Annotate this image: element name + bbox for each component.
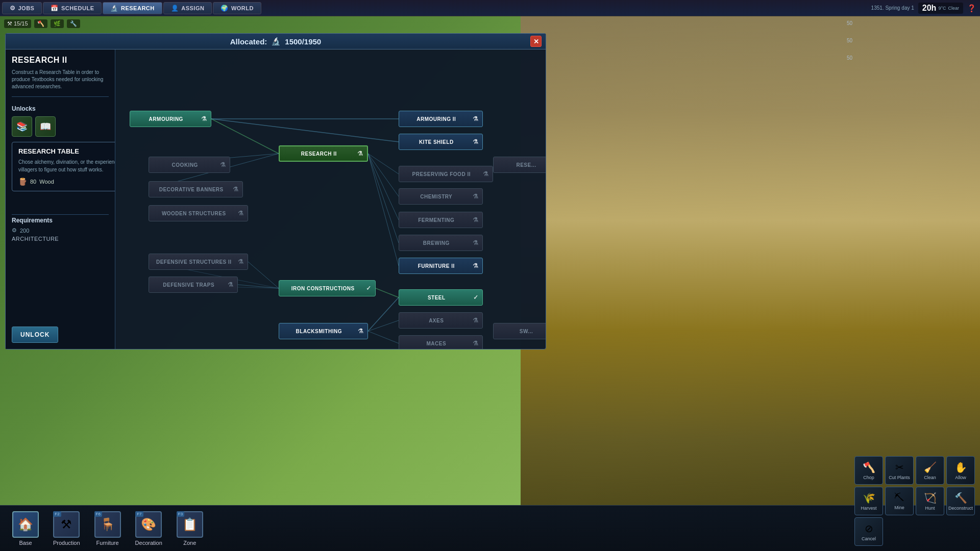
node-armouring[interactable]: ARMOURING ⚗ [130,111,211,127]
node-maces[interactable]: MACES ⚗ [399,335,483,349]
sidebar-description: Construct a Research Table in order to p… [12,69,109,90]
node-blacksmithing[interactable]: BLACKSMITHING ⚗ [279,323,368,339]
nav-btn-jobs[interactable]: ⚙ JOBS [2,2,42,14]
axe-resource: 🪓 [34,19,47,28]
svg-line-12 [238,285,279,288]
node-iron-constructions[interactable]: IRON CONSTRUCTIONS ✓ [279,280,376,296]
node-wooden-structures[interactable]: WOODEN STRUCTURES ⚗ [149,205,248,221]
node-research-ii[interactable]: RESEARCH II ⚗ [279,145,368,162]
wood-icon: 🪵 [18,178,27,186]
unlock-icons: 📚 📖 RESEARCH TABLE Chose alchemy, divina… [12,116,109,137]
node-kite-shield[interactable]: KITE SHIELD ⚗ [399,134,483,150]
unlock-button[interactable]: UNLOCK [12,327,58,343]
node-chemistry[interactable]: CHEMISTRY ⚗ [399,188,483,205]
svg-line-3 [368,154,399,174]
furniture-btn-wrap: F6 🪑 Furniture [88,508,127,549]
furniture-icon-box: F6 🪑 [94,511,121,538]
workers-resource: ⚒ 15/15 [4,19,31,28]
harvest-tool[interactable]: 🌾 Harvest [854,487,883,515]
base-btn-wrap: 🏠 Base [6,508,45,549]
allow-tool[interactable]: ✋ Allow [946,456,975,485]
cancel-tool[interactable]: ⊘ Cancel [854,517,883,546]
production-icon: ⚒ [61,517,72,532]
req-amount-item: ⚙ 200 [12,227,109,234]
nav-btn-world[interactable]: 🌍 WORLD [213,2,261,14]
tooltip-cost: 🪵 80 Wood [18,178,115,186]
allow-icon: ✋ [954,461,967,473]
svg-line-14 [368,320,399,331]
base-icon: 🏠 [18,517,33,532]
req-icon: ⚙ [12,227,17,234]
unlock-icon-2[interactable]: 📖 [35,116,56,137]
furniture-button[interactable]: F6 🪑 Furniture [88,508,127,549]
decoration-icon: 🎨 [141,517,156,532]
requirements-label: Requirements [12,217,109,224]
zone-btn-wrap: F3 📋 Zone [170,508,209,549]
node-partial-2[interactable]: SW... [493,323,546,339]
node-fermenting[interactable]: FERMENTING ⚗ [399,212,483,228]
node-defensive-structures-ii[interactable]: DEFENSIVE STRUCTURES II ⚗ [149,254,248,270]
node-defensive-traps[interactable]: DEFENSIVE TRAPS ⚗ [149,277,238,293]
hunt-tool[interactable]: 🏹 Hunt [916,487,944,515]
gear-resource-icon: 🔧 [70,20,77,27]
chop-icon: 🪓 [863,461,875,473]
dialog-body: RESEARCH II Construct a Research Table i… [6,49,546,349]
base-button[interactable]: 🏠 Base [6,508,45,549]
research-icon: 🔬 [110,5,118,12]
dialog-header: Allocated: 🔬 1500/1950 ✕ [6,34,546,49]
clean-tool[interactable]: 🧹 Clean [916,456,944,485]
svg-line-6 [368,154,399,243]
svg-line-13 [368,297,399,331]
architecture-label: ARCHITECTURE [12,236,109,242]
production-btn-wrap: F2 ⚒ Production [47,508,86,549]
unlock-icon-1[interactable]: 📚 [12,116,32,137]
node-brewing[interactable]: BREWING ⚗ [399,235,483,251]
assign-icon: 👤 [171,5,179,12]
nav-btn-schedule[interactable]: 📅 SCHEDULE [43,2,102,14]
plant-resource: 🌿 [51,19,64,28]
dialog-title: Allocated: 🔬 1500/1950 [230,37,321,46]
node-axes[interactable]: AXES ⚗ [399,312,483,329]
help-icon[interactable]: ❓ [967,4,976,12]
node-furniture-ii[interactable]: FURNITURE II ⚗ [399,258,483,274]
node-cooking[interactable]: COOKING ⚗ [149,157,230,173]
node-partial-1[interactable]: RESE... [493,157,546,173]
deconstruct-tool[interactable]: 🔨 Deconstruct [946,487,975,515]
base-icon-box: 🏠 [12,511,39,538]
hunt-icon: 🏹 [924,492,937,504]
sidebar-title: RESEARCH II [12,56,109,65]
nav-btn-research[interactable]: 🔬 RESEARCH [103,2,162,14]
decoration-btn-wrap: F7 🎨 Decoration [129,508,168,549]
tech-tree-inner: ARMOURING ⚗ RESEARCH II ⚗ COOKING ⚗ DECO… [120,55,546,349]
world-icon: 🌍 [220,5,229,12]
close-button[interactable]: ✕ [530,36,542,47]
svg-line-1 [211,119,279,154]
mine-icon: ⛏ [894,492,904,504]
cancel-icon: ⊘ [865,522,873,535]
decoration-button[interactable]: F7 🎨 Decoration [129,508,168,549]
svg-line-5 [368,154,399,220]
unlocks-label: Unlocks [12,105,109,112]
hud-info: 1351. Spring day 1 20h 9°C Clear ❓ [871,3,980,14]
harvest-icon: 🌾 [863,492,875,504]
node-armouring-ii[interactable]: ARMOURING II ⚗ [399,111,483,127]
chop-tool[interactable]: 🪓 Chop [854,456,883,485]
research-table-tooltip: RESEARCH TABLE Chose alchemy, divination… [12,142,115,191]
production-button[interactable]: F2 ⚒ Production [47,508,86,549]
zone-button[interactable]: F3 📋 Zone [170,508,209,549]
jobs-icon: ⚙ [10,5,16,12]
zone-icon: 📋 [182,517,198,532]
svg-line-11 [248,262,279,288]
nav-btn-assign[interactable]: 👤 ASSIGN [163,2,212,14]
tech-tree-area[interactable]: ARMOURING ⚗ RESEARCH II ⚗ COOKING ⚗ DECO… [115,49,546,349]
cut-plants-tool[interactable]: ✂ Cut Plants [885,456,914,485]
schedule-icon: 📅 [51,5,59,12]
node-preserving-food-ii[interactable]: PRESERVING FOOD II ⚗ [399,166,493,182]
furniture-icon: 🪑 [100,517,115,532]
node-decorative-banners[interactable]: DECORATIVE BANNERS ⚗ [149,181,243,197]
mine-tool[interactable]: ⛏ Mine [885,487,914,515]
sidebar-divider-2 [12,214,109,215]
bottom-toolbar: 🏠 Base F2 ⚒ Production F6 🪑 Furniture F7… [0,505,980,551]
node-steel[interactable]: STEEL ✓ [399,289,483,306]
svg-line-15 [368,331,399,343]
